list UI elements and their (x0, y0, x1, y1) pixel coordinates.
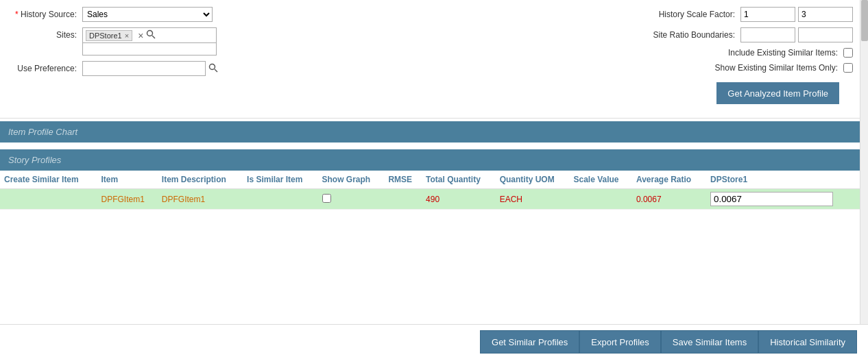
save-similar-items-button[interactable]: Save Similar Items (661, 330, 758, 354)
cell-is-similar-item (243, 189, 317, 210)
cell-average-ratio: 0.0067 (632, 189, 706, 210)
scrollbar-thumb[interactable] (861, 0, 868, 41)
use-preference-input[interactable] (82, 61, 206, 76)
cell-rmse (384, 189, 422, 210)
site-ratio-boundaries-row: Site Ratio Boundaries: (295, 27, 853, 42)
site-ratio-boundaries-label: Site Ratio Boundaries: (653, 30, 740, 40)
col-is-similar-item: Is Similar Item (243, 171, 317, 189)
table-header-row: Create Similar Item Item Item Descriptio… (0, 171, 860, 189)
include-existing-checkbox[interactable] (843, 48, 853, 58)
right-form: History Scale Factor: Site Ratio Boundar… (288, 4, 860, 111)
use-preference-label: Use Preference: (7, 61, 82, 73)
svg-point-2 (210, 64, 215, 69)
get-similar-profiles-button[interactable]: Get Similar Profiles (480, 330, 579, 354)
use-preference-search-icon[interactable] (208, 63, 218, 75)
left-form: * History Source: Sales Sites: DPStore1 … (0, 4, 288, 111)
sites-input[interactable]: DPStore1 × × (82, 27, 217, 43)
site-tag-remove-icon[interactable]: × (125, 32, 129, 40)
bottom-button-bar: Get Similar Profiles Export Profiles Sav… (0, 324, 868, 359)
cell-total-quantity: 490 (422, 189, 496, 210)
form-area: * History Source: Sales Sites: DPStore1 … (0, 0, 860, 115)
story-profiles-header: Story Profiles (0, 149, 860, 171)
site-ratio-input1[interactable] (740, 27, 795, 42)
use-preference-row: Use Preference: (7, 61, 281, 76)
include-existing-row: Include Existing Similar Items: (295, 48, 853, 58)
svg-line-1 (152, 36, 155, 38)
table-area: Create Similar Item Item Item Descriptio… (0, 171, 860, 210)
col-item-description: Item Description (158, 171, 243, 189)
scrollbar-track (860, 0, 868, 359)
history-source-select[interactable]: Sales (82, 7, 213, 22)
cell-item-description: DPFGItem1 (158, 189, 243, 210)
svg-point-0 (147, 31, 153, 36)
main-content: * History Source: Sales Sites: DPStore1 … (0, 0, 860, 210)
sites-search-icon[interactable] (146, 29, 156, 41)
history-scale-factor-input1[interactable] (740, 7, 795, 22)
cell-scale-value (569, 189, 631, 210)
col-average-ratio: Average Ratio (632, 171, 706, 189)
historical-similarity-button[interactable]: Historical Similarity (758, 330, 857, 354)
export-profiles-button[interactable]: Export Profiles (579, 330, 661, 354)
show-existing-label: Show Existing Similar Items Only: (715, 63, 843, 73)
site-ratio-input2[interactable] (798, 27, 853, 42)
sites-row: Sites: DPStore1 × × (7, 27, 281, 55)
col-rmse: RMSE (384, 171, 422, 189)
sites-clear-icon[interactable]: × (138, 31, 143, 40)
cell-show-graph (318, 189, 385, 210)
sites-label: Sites: (7, 27, 82, 40)
divider-1 (0, 118, 860, 119)
history-source-label: * History Source: (7, 7, 82, 19)
table-row: DPFGItem1 DPFGItem1 490 EACH 0.0067 (0, 189, 860, 210)
get-analyzed-item-profile-button[interactable]: Get Analyzed Item Profile (716, 82, 839, 104)
item-profile-chart-header: Item Profile Chart (0, 121, 860, 143)
history-source-row: * History Source: Sales (7, 7, 281, 22)
include-existing-label: Include Existing Similar Items: (728, 48, 843, 58)
history-scale-factor-label: History Scale Factor: (659, 10, 740, 19)
history-scale-factor-inputs (740, 7, 853, 22)
col-show-graph: Show Graph (318, 171, 385, 189)
show-existing-checkbox[interactable] (843, 63, 853, 73)
cell-dpstore1[interactable] (706, 189, 860, 210)
site-ratio-inputs (740, 27, 853, 42)
col-scale-value: Scale Value (569, 171, 631, 189)
dpstore1-input[interactable] (710, 192, 833, 206)
col-dpstore1: DPStore1 (706, 171, 860, 189)
cell-quantity-uom: EACH (496, 189, 570, 210)
col-total-quantity: Total Quantity (422, 171, 496, 189)
sites-wrapper: DPStore1 × × (82, 27, 217, 55)
page-wrapper: * History Source: Sales Sites: DPStore1 … (0, 0, 868, 359)
site-tag: DPStore1 × (86, 30, 132, 41)
cell-item: DPFGItem1 (97, 189, 157, 210)
history-scale-factor-row: History Scale Factor: (295, 7, 853, 22)
col-item: Item (97, 171, 157, 189)
show-existing-row: Show Existing Similar Items Only: (295, 63, 853, 73)
col-create-similar-item: Create Similar Item (0, 171, 97, 189)
profiles-table: Create Similar Item Item Item Descriptio… (0, 171, 860, 210)
history-scale-factor-input2[interactable] (798, 7, 853, 22)
cell-create-similar-item (0, 189, 97, 210)
spacer-1 (0, 143, 860, 149)
site-tag-label: DPStore1 (89, 32, 122, 40)
get-analyzed-btn-row: Get Analyzed Item Profile (295, 78, 853, 108)
show-graph-checkbox[interactable] (322, 194, 331, 203)
svg-line-3 (215, 69, 217, 72)
col-quantity-uom: Quantity UOM (496, 171, 570, 189)
